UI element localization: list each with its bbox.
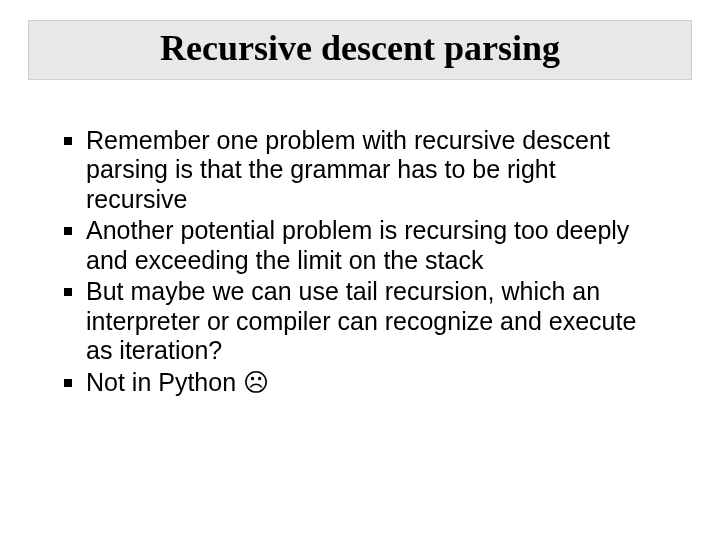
list-item: Remember one problem with recursive desc… [64,126,656,215]
bullet-list: Remember one problem with recursive desc… [64,126,656,398]
list-item: Another potential problem is recursing t… [64,216,656,275]
list-item: Not in Python ☹ [64,368,656,398]
list-item: But maybe we can use tail recursion, whi… [64,277,656,366]
slide-title: Recursive descent parsing [39,29,681,69]
slide-body: Remember one problem with recursive desc… [64,126,656,398]
title-bar: Recursive descent parsing [28,20,692,80]
slide: Recursive descent parsing Remember one p… [0,20,720,540]
